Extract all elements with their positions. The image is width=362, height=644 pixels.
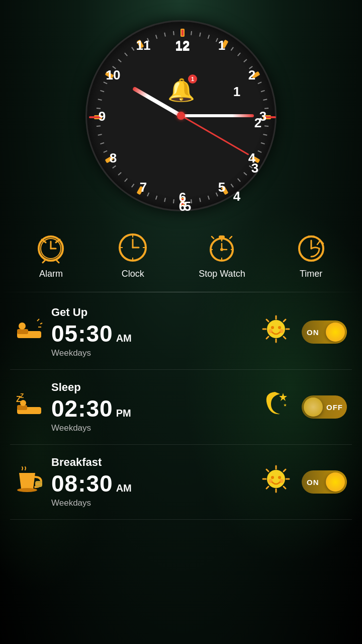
alarm-info-breakfast: Breakfast 08:30 AM Weekdays [51,456,250,508]
svg-line-162 [284,487,286,489]
alarm-item-sleep[interactable]: Z Z Sleep 02:30 PM Weekdays [10,370,352,445]
alarm-item-breakfast[interactable]: Breakfast 08:30 AM Weekdays [10,445,352,520]
svg-point-142 [271,326,274,329]
svg-text:8: 8 [110,150,117,166]
svg-text:Z: Z [20,392,24,399]
analog-clock: 12 1 2 3 4 5 6 12 1 2 3 4 5 6 7 8 [85,20,277,211]
svg-line-139 [284,337,286,339]
svg-line-104 [57,261,59,263]
svg-text:4: 4 [248,150,256,166]
nav-label-alarm: Alarm [39,269,63,279]
toggle-breakfast[interactable]: ON [302,470,347,494]
clock-face: 12 1 2 3 4 5 6 12 1 2 3 4 5 6 7 8 [85,20,277,211]
svg-line-131 [40,323,42,324]
alarm-time-breakfast: 08:30 AM [51,470,250,497]
toggle-knob-breakfast [326,472,345,492]
svg-text:11: 11 [136,38,151,53]
svg-marker-152 [284,404,287,407]
svg-point-144 [268,329,273,333]
svg-line-140 [284,319,286,321]
alarm-item-getup[interactable]: Get Up 05:30 AM Weekdays [10,295,352,370]
alarm-ampm-breakfast: AM [116,482,132,494]
toggle-sleep[interactable]: OFF [302,395,347,419]
alarm-emoji-breakfast [258,464,294,500]
alarm-time-sleep: 02:30 PM [51,395,250,422]
bell-badge: 1 [188,74,197,84]
toggle-knob-getup [326,323,345,342]
toggle-label-breakfast: ON [307,478,319,487]
svg-point-166 [278,476,281,479]
svg-point-156 [267,470,285,488]
svg-rect-113 [219,235,225,238]
alarm-title-breakfast: Breakfast [51,456,250,469]
svg-point-133 [267,320,285,338]
svg-point-145 [280,329,284,333]
section-divider [0,292,362,292]
svg-text:7: 7 [140,180,147,195]
nav-label-stopwatch: Stop Watch [199,269,245,279]
toggle-label-sleep: OFF [326,403,343,412]
nav-item-alarm[interactable]: Alarm [35,231,67,279]
nav-item-stopwatch[interactable]: Stop Watch [199,231,245,279]
nav-bar: Alarm Clock [0,216,362,289]
svg-line-161 [266,469,268,471]
alarm-info-sleep: Sleep 02:30 PM Weekdays [51,381,250,433]
svg-point-129 [19,323,26,330]
alarm-list: Get Up 05:30 AM Weekdays [0,295,362,644]
svg-line-103 [43,261,45,263]
center-dot [177,112,185,120]
svg-point-168 [280,479,284,483]
alarm-title-getup: Get Up [51,306,250,319]
svg-point-167 [268,479,273,483]
alarm-icon-getup [15,316,43,349]
alarm-time-main-breakfast: 08:30 [51,470,113,497]
timer-icon [295,231,327,264]
toggle-label-getup: ON [307,328,319,337]
svg-line-141 [266,337,268,339]
alarm-time-main-sleep: 02:30 [51,395,113,422]
alarm-days-getup: Weekdays [51,348,250,358]
alarm-icon-sleep: Z Z [15,391,43,424]
svg-rect-128 [17,329,28,334]
svg-point-143 [278,326,281,329]
alarm-time-main-getup: 05:30 [51,320,113,347]
svg-text:12: 12 [175,38,190,53]
svg-text:3: 3 [259,109,266,124]
svg-marker-151 [279,393,287,401]
svg-text:2: 2 [248,67,255,83]
svg-line-130 [37,319,39,321]
alarm-days-breakfast: Weekdays [51,498,250,508]
alarm-ampm-getup: AM [116,333,132,344]
alarm-ampm-sleep: PM [116,408,131,419]
toggle-knob-sleep [304,397,323,417]
svg-text:9: 9 [99,109,106,124]
svg-text:1: 1 [218,38,225,53]
alarm-title-sleep: Sleep [51,381,250,394]
alarm-info-getup: Get Up 05:30 AM Weekdays [51,306,250,358]
alarm-icon-breakfast [15,466,43,499]
alarm-icon [35,231,67,264]
nav-item-timer[interactable]: Timer [295,231,327,279]
alarm-days-sleep: Weekdays [51,423,250,433]
toggle-getup[interactable]: ON [302,320,347,344]
svg-text:6: 6 [179,190,186,205]
alarm-emoji-getup [258,314,294,350]
svg-line-138 [266,319,268,321]
svg-text:5: 5 [218,180,225,195]
svg-point-117 [220,248,223,251]
svg-point-165 [271,476,274,479]
clock-icon [117,231,149,264]
svg-text:10: 10 [106,67,121,83]
svg-line-163 [284,469,286,471]
nav-label-timer: Timer [300,269,322,279]
svg-line-164 [266,487,268,489]
stopwatch-icon [206,231,238,264]
svg-point-150 [20,400,26,406]
minute-hand [181,114,254,117]
svg-line-118 [230,236,232,238]
svg-point-153 [17,488,37,492]
alarm-emoji-sleep [258,389,294,425]
nav-item-clock[interactable]: Clock [117,231,149,279]
alarm-time-getup: 05:30 AM [51,320,250,347]
nav-label-clock: Clock [122,269,144,279]
